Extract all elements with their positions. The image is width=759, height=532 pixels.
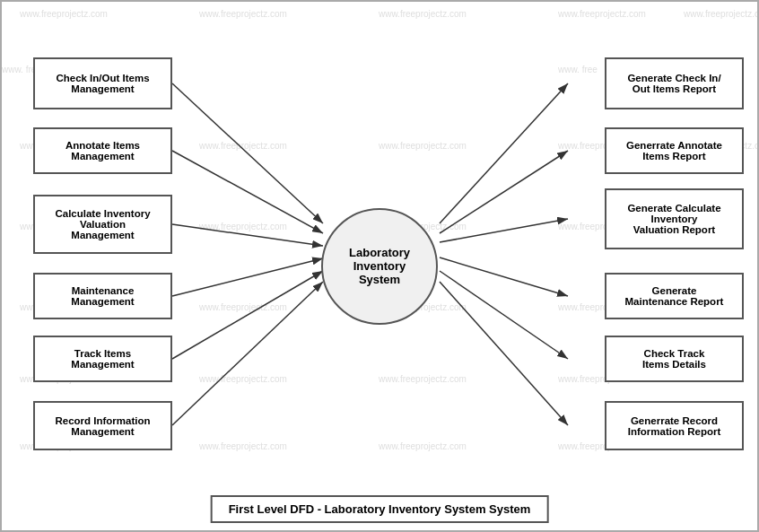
box-maintenance: MaintenanceManagement bbox=[33, 273, 172, 319]
box-r-maintenance: GenerateMaintenance Report bbox=[605, 273, 744, 319]
svg-line-9 bbox=[440, 151, 568, 233]
main-container: www.freeprojectz.com www.freeprojectz.co… bbox=[0, 0, 759, 532]
svg-line-10 bbox=[440, 219, 568, 242]
svg-line-3 bbox=[172, 151, 323, 233]
svg-line-11 bbox=[440, 257, 568, 296]
box-track: Track ItemsManagement bbox=[33, 336, 172, 382]
box-r-checkin: Generate Check In/Out Items Report bbox=[605, 57, 744, 109]
svg-line-13 bbox=[440, 282, 568, 425]
box-calculate: Calculate InventoryValuationManagement bbox=[33, 195, 172, 254]
svg-line-6 bbox=[172, 271, 323, 359]
box-r-calculate: Generate CalculateInventoryValuation Rep… bbox=[605, 188, 744, 249]
box-r-annotate: Generrate AnnotateItems Report bbox=[605, 127, 744, 174]
box-checkin: Check In/Out ItemsManagement bbox=[33, 57, 172, 109]
svg-line-2 bbox=[172, 83, 323, 223]
svg-line-12 bbox=[440, 271, 568, 359]
svg-line-4 bbox=[172, 224, 323, 246]
svg-line-7 bbox=[172, 282, 323, 425]
svg-line-5 bbox=[172, 258, 323, 296]
box-annotate: Annotate ItemsManagement bbox=[33, 127, 172, 174]
box-record: Record InformationManagement bbox=[33, 401, 172, 450]
center-circle: LaboratoryInventorySystem bbox=[321, 208, 438, 325]
box-r-track: Check TrackItems Details bbox=[605, 336, 744, 382]
svg-line-8 bbox=[440, 83, 568, 223]
box-r-record: Generrate RecordInformation Report bbox=[605, 401, 744, 450]
